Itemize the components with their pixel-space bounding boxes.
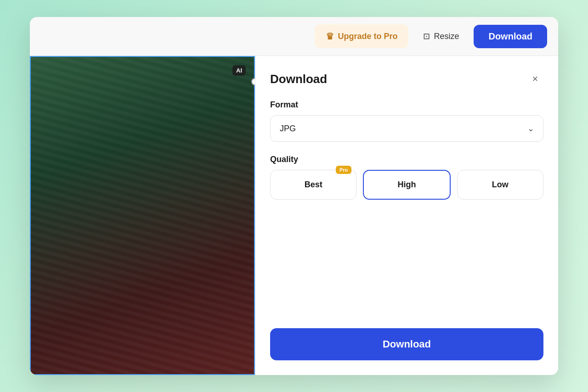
quality-low-label: Low <box>492 180 509 189</box>
quality-options: Pro Best High Low <box>270 170 543 200</box>
upgrade-label: Upgrade to Pro <box>338 32 397 41</box>
panel-header: Download × <box>270 71 543 87</box>
canvas-area: AI <box>30 56 255 375</box>
resize-icon: ⊡ <box>423 31 430 41</box>
quality-best-button[interactable]: Pro Best <box>270 170 356 200</box>
format-select-wrapper: JPG PNG WebP SVG ⌄ <box>270 115 543 142</box>
panel-title: Download <box>270 72 327 86</box>
close-icon: × <box>532 73 538 85</box>
download-header-button[interactable]: Download <box>474 25 547 48</box>
app-container: ♛ Upgrade to Pro ⊡ Resize Download AI Do… <box>30 17 558 375</box>
quality-best-label: Best <box>305 180 322 189</box>
main-content: AI Download × Format JPG PNG Web <box>30 56 558 375</box>
ai-badge: AI <box>232 65 246 76</box>
upgrade-to-pro-button[interactable]: ♛ Upgrade to Pro <box>315 24 408 48</box>
crown-icon: ♛ <box>326 31 334 42</box>
close-button[interactable]: × <box>527 71 543 87</box>
quality-label: Quality <box>270 155 543 164</box>
quality-low-button[interactable]: Low <box>457 170 543 200</box>
quality-high-button[interactable]: High <box>363 170 450 200</box>
resize-button[interactable]: ⊡ Resize <box>414 25 468 48</box>
header-bar: ♛ Upgrade to Pro ⊡ Resize Download <box>30 17 558 56</box>
resize-label: Resize <box>434 32 459 41</box>
canvas-border <box>30 56 255 375</box>
canvas-image: AI <box>30 56 255 375</box>
format-select[interactable]: JPG PNG WebP SVG <box>270 115 543 142</box>
download-panel-button[interactable]: Download <box>270 328 543 360</box>
pro-badge: Pro <box>336 166 351 174</box>
format-label: Format <box>270 100 543 110</box>
format-section: Format JPG PNG WebP SVG ⌄ <box>270 100 543 142</box>
quality-high-label: High <box>397 180 416 189</box>
selection-handle[interactable] <box>251 78 255 85</box>
quality-section: Quality Pro Best High Low <box>270 155 543 200</box>
download-panel: Download × Format JPG PNG WebP SVG ⌄ <box>255 56 558 375</box>
